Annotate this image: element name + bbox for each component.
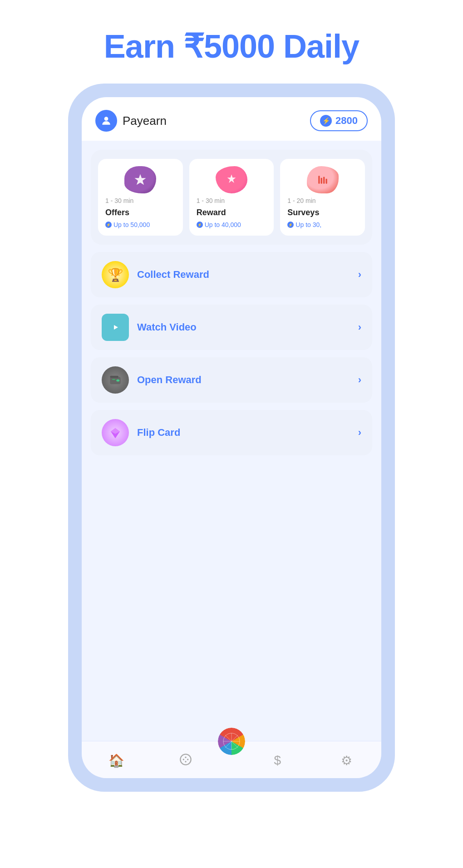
spin-wheel-button[interactable] — [218, 728, 245, 755]
main-content: 1 - 30 min Offers ⚡ Up to 50,000 — [82, 141, 381, 737]
open-reward-button[interactable]: Open Reward › — [91, 357, 372, 403]
earn-dot-surveys: ⚡ — [287, 222, 294, 228]
settings-icon: ⚙ — [341, 753, 352, 768]
svg-point-0 — [104, 117, 108, 121]
phone-screen: Payearn ⚡ 2800 — [82, 97, 381, 778]
watch-video-button[interactable]: Watch Video › — [91, 305, 372, 350]
surveys-time: 1 - 20 min — [287, 197, 358, 204]
avatar-icon — [95, 110, 117, 132]
flip-card-label: Flip Card — [137, 427, 350, 439]
offers-icon — [124, 166, 156, 193]
page-title: Earn ₹5000 Daily — [104, 27, 359, 65]
earn-dot-reward: ⚡ — [197, 222, 203, 228]
category-cards: 1 - 30 min Offers ⚡ Up to 50,000 — [91, 150, 372, 245]
spinner-icon — [218, 728, 245, 755]
chevron-right-icon-video: › — [358, 321, 361, 333]
watch-video-label: Watch Video — [137, 321, 350, 333]
flip-card-button[interactable]: Flip Card › — [91, 410, 372, 455]
svg-rect-9 — [112, 379, 115, 380]
collect-reward-button[interactable]: 🏆 Collect Reward › — [91, 252, 372, 297]
app-name: Payearn — [123, 114, 167, 128]
svg-point-17 — [180, 754, 191, 764]
svg-point-21 — [185, 761, 187, 763]
nav-games[interactable] — [151, 749, 221, 778]
reward-earn: ⚡ Up to 40,000 — [197, 221, 267, 228]
svg-point-20 — [185, 757, 187, 759]
svg-rect-3 — [323, 177, 325, 184]
open-reward-label: Open Reward — [137, 374, 350, 386]
collect-reward-label: Collect Reward — [137, 269, 350, 281]
wallet-icon — [102, 366, 129, 394]
svg-rect-8 — [110, 376, 118, 378]
earn-dot-offers: ⚡ — [105, 222, 112, 228]
reward-time: 1 - 30 min — [197, 197, 267, 204]
phone-frame: Payearn ⚡ 2800 — [68, 84, 395, 792]
coin-balance: ⚡ 2800 — [310, 110, 368, 131]
surveys-card[interactable]: 1 - 20 min Surveys ⚡ Up to 30, — [280, 159, 365, 236]
offers-earn: ⚡ Up to 50,000 — [105, 221, 176, 228]
offers-time: 1 - 30 min — [105, 197, 176, 204]
reward-card[interactable]: 1 - 30 min Reward ⚡ Up to 40,000 — [189, 159, 274, 236]
trophy-icon: 🏆 — [102, 261, 129, 288]
app-name-light: earn — [143, 114, 167, 128]
svg-rect-2 — [320, 178, 322, 184]
dollar-icon: $ — [274, 753, 281, 768]
lightning-icon: ⚡ — [320, 115, 332, 127]
chevron-right-icon: › — [358, 269, 361, 281]
reward-name: Reward — [197, 208, 267, 217]
surveys-name: Surveys — [287, 208, 358, 217]
svg-point-18 — [182, 759, 184, 760]
reward-icon — [216, 166, 247, 193]
coin-amount: 2800 — [335, 115, 358, 127]
games-icon — [179, 753, 192, 769]
svg-rect-1 — [318, 176, 320, 183]
surveys-icon — [307, 166, 339, 193]
app-name-bold: Pay — [123, 114, 143, 128]
offers-card[interactable]: 1 - 30 min Offers ⚡ Up to 50,000 — [98, 159, 183, 236]
surveys-earn: ⚡ Up to 30, — [287, 221, 358, 228]
app-header: Payearn ⚡ 2800 — [82, 97, 381, 141]
svg-rect-7 — [116, 380, 119, 382]
chevron-right-icon-flip: › — [358, 427, 361, 439]
home-icon: 🏠 — [108, 753, 124, 768]
svg-marker-5 — [114, 325, 118, 330]
bottom-navigation: 🏠 $ ⚙ — [82, 741, 381, 778]
offers-name: Offers — [105, 208, 176, 217]
nav-home[interactable]: 🏠 — [82, 749, 151, 777]
video-icon — [102, 314, 129, 341]
nav-settings[interactable]: ⚙ — [312, 749, 382, 777]
svg-rect-4 — [325, 179, 327, 184]
chevron-right-icon-reward: › — [358, 374, 361, 386]
svg-point-19 — [187, 759, 189, 760]
header-left: Payearn — [95, 110, 167, 132]
nav-earn[interactable]: $ — [243, 749, 312, 777]
diamond-icon — [102, 419, 129, 446]
